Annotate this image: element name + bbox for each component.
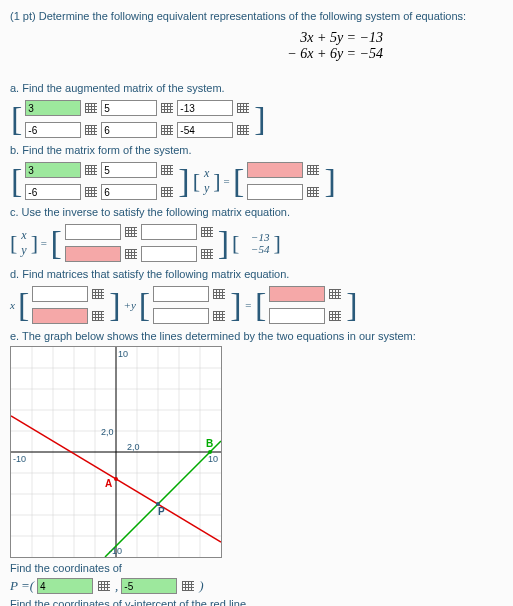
bracket-right: ] <box>273 235 280 250</box>
P-x[interactable] <box>37 578 93 594</box>
grid-icon[interactable] <box>92 289 104 299</box>
svg-text:2,0: 2,0 <box>127 442 140 452</box>
find-coords: Find the coordinates of <box>10 562 503 574</box>
section-a: a. Find the augmented matrix of the syst… <box>10 82 503 94</box>
question-header: (1 pt) Determine the following equivalen… <box>10 10 503 22</box>
bracket-right: ] <box>253 109 266 129</box>
c-21[interactable] <box>65 246 121 262</box>
bracket-left: [ <box>232 171 245 191</box>
grid-icon[interactable] <box>213 311 225 321</box>
grid-icon[interactable] <box>125 227 137 237</box>
plus-y: +y <box>124 299 136 311</box>
grid-icon[interactable] <box>237 125 249 135</box>
grid-icon[interactable] <box>85 125 97 135</box>
d-x1[interactable] <box>32 286 88 302</box>
P-y[interactable] <box>121 578 177 594</box>
bracket-right: ] <box>213 173 220 188</box>
d-y2[interactable] <box>153 308 209 324</box>
grid-icon[interactable] <box>98 581 110 591</box>
svg-text:2,0: 2,0 <box>101 427 114 437</box>
close-paren: ) <box>199 578 203 594</box>
a-11[interactable] <box>25 100 81 116</box>
grid-icon[interactable] <box>307 165 319 175</box>
matrix-b: [ ] [ xy ] = [ ] <box>10 160 503 202</box>
grid-icon[interactable] <box>92 311 104 321</box>
svg-text:10: 10 <box>208 454 218 464</box>
d-x2[interactable] <box>32 308 88 324</box>
bracket-left: [ <box>193 173 200 188</box>
bracket-left: [ <box>254 295 267 315</box>
svg-text:10: 10 <box>118 349 128 359</box>
grid-icon[interactable] <box>161 165 173 175</box>
grid-icon[interactable] <box>182 581 194 591</box>
grid-icon[interactable] <box>237 103 249 113</box>
grid-icon[interactable] <box>329 311 341 321</box>
equals: = <box>223 175 230 187</box>
matrix-c: [ xy ] = [ ] [ −13−54 ] <box>10 222 503 264</box>
var-y: y <box>21 243 26 258</box>
bracket-left: [ <box>10 109 23 129</box>
graph: 10 -10 10 -10 2,0 2,0 A P B <box>10 346 222 558</box>
b-11[interactable] <box>25 162 81 178</box>
grid-icon[interactable] <box>201 249 213 259</box>
svg-text:-10: -10 <box>109 546 122 556</box>
grid-icon[interactable] <box>85 165 97 175</box>
grid-icon[interactable] <box>85 103 97 113</box>
grid-icon[interactable] <box>201 227 213 237</box>
grid-icon[interactable] <box>161 103 173 113</box>
P-label: P =( <box>10 578 34 594</box>
bracket-right: ] <box>323 171 336 191</box>
rhs2: −54 <box>243 243 269 255</box>
section-d: d. Find matrices that satisfy the follow… <box>10 268 503 280</box>
rhs1: −13 <box>243 231 269 243</box>
bracket-left: [ <box>232 235 239 250</box>
matrix-d: x [ ] +y [ ] = [ ] <box>10 284 503 326</box>
eq2: − 6x + 6y = −54 <box>10 46 383 62</box>
bracket-left: [ <box>49 233 62 253</box>
bracket-left: [ <box>138 295 151 315</box>
grid-icon[interactable] <box>213 289 225 299</box>
a-22[interactable] <box>101 122 157 138</box>
d-r2[interactable] <box>269 308 325 324</box>
svg-text:P: P <box>158 506 165 517</box>
svg-point-30 <box>114 477 118 481</box>
eq1: 3x + 5y = −13 <box>10 30 383 46</box>
grid-icon[interactable] <box>161 125 173 135</box>
bracket-left: [ <box>10 171 23 191</box>
svg-text:-10: -10 <box>13 454 26 464</box>
svg-point-32 <box>208 450 212 454</box>
a-21[interactable] <box>25 122 81 138</box>
bracket-right: ] <box>217 233 230 253</box>
bracket-right: ] <box>345 295 358 315</box>
matrix-a: [ ] <box>10 98 503 140</box>
var-x: x <box>204 166 209 181</box>
bracket-right: ] <box>229 295 242 315</box>
c-22[interactable] <box>141 246 197 262</box>
equations: 3x + 5y = −13 − 6x + 6y = −54 <box>10 30 383 62</box>
a-12[interactable] <box>101 100 157 116</box>
grid-icon[interactable] <box>161 187 173 197</box>
b-21[interactable] <box>25 184 81 200</box>
var-y: y <box>204 181 209 196</box>
svg-text:A: A <box>105 478 112 489</box>
a-23[interactable] <box>177 122 233 138</box>
b-r1[interactable] <box>247 162 303 178</box>
c-11[interactable] <box>65 224 121 240</box>
svg-text:B: B <box>206 438 213 449</box>
d-r1[interactable] <box>269 286 325 302</box>
grid-icon[interactable] <box>85 187 97 197</box>
bracket-left: [ <box>17 295 30 315</box>
b-r2[interactable] <box>247 184 303 200</box>
bracket-left: [ <box>10 235 17 250</box>
grid-icon[interactable] <box>125 249 137 259</box>
equals: = <box>245 299 252 311</box>
b-22[interactable] <box>101 184 157 200</box>
a-13[interactable] <box>177 100 233 116</box>
c-12[interactable] <box>141 224 197 240</box>
var-x: x <box>21 228 26 243</box>
grid-icon[interactable] <box>307 187 319 197</box>
grid-icon[interactable] <box>329 289 341 299</box>
d-y1[interactable] <box>153 286 209 302</box>
b-12[interactable] <box>101 162 157 178</box>
equals: = <box>40 237 47 249</box>
